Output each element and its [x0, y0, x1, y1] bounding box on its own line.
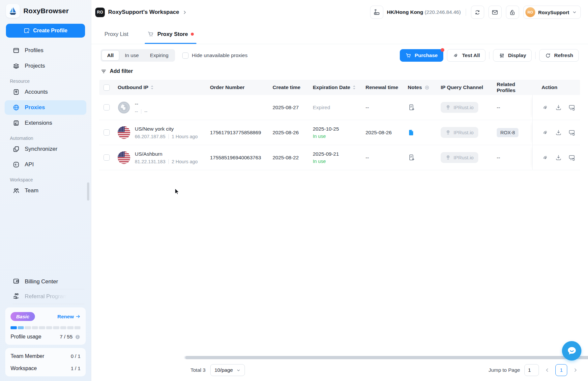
sidebar-item-profiles[interactable]: Profiles [5, 43, 86, 58]
filter-all[interactable]: All [102, 50, 119, 61]
sync-icon [474, 9, 481, 16]
channel-label: IPRust.io [454, 155, 474, 160]
channel-label: IPRust.io [454, 130, 474, 135]
proxy-age: 2 Hours ago [172, 159, 198, 164]
outbound-ip-cell: US/New york city 66.207.187.851 Hours ag… [114, 126, 206, 139]
ip-query-channel-button[interactable]: IPRust.io [441, 102, 478, 113]
column-header-outbound-ip[interactable]: Outbound IP [114, 84, 206, 90]
page-number-button[interactable]: 1 [555, 364, 567, 376]
plan-badge: Basic [11, 312, 35, 321]
checkbox[interactable] [182, 52, 189, 59]
column-header-related-profiles: Related Profiles [493, 81, 532, 93]
horizontal-scrollbar-thumb[interactable] [185, 356, 588, 359]
select-all-checkbox[interactable] [103, 84, 110, 91]
related-profile-badge[interactable]: ROX-8 [497, 128, 518, 137]
proxy-location: -- [135, 101, 147, 107]
mail-icon [491, 9, 498, 16]
filter-expiring[interactable]: Expiring [144, 50, 174, 61]
column-header-action: Action [532, 80, 580, 95]
renew-proxy-icon[interactable] [568, 104, 575, 111]
sidebar-item-extensions[interactable]: Extensions [5, 116, 86, 130]
support-chat-button[interactable] [562, 341, 581, 361]
user-name: RoxySupport [538, 10, 569, 15]
add-note-icon[interactable] [408, 104, 437, 111]
header-label: Renewal time [366, 84, 398, 90]
code-icon [13, 161, 20, 168]
proxy-router-button[interactable] [370, 6, 383, 19]
divider [13, 304, 84, 304]
column-header-notes: Notes [404, 84, 437, 90]
sidebar-item-team[interactable]: Team [5, 183, 86, 198]
pagination-bar: Total 3 10/page Jump to Page 1 [191, 363, 579, 377]
lock-button[interactable] [506, 6, 519, 19]
renew-proxy-icon[interactable] [568, 129, 575, 136]
sliders-icon [499, 52, 505, 59]
ip-query-channel-button[interactable]: IPRust.io [441, 127, 478, 138]
sidebar-item-accounts[interactable]: Accounts [5, 85, 86, 99]
add-note-icon[interactable] [408, 154, 437, 161]
purchase-label: Purchase [415, 52, 438, 58]
renewal-time-cell: 2025-08-26 [362, 130, 404, 136]
sidebar-item-proxies[interactable]: Proxies [5, 100, 86, 115]
tab-proxy-list[interactable]: Proxy List [104, 24, 128, 44]
download-icon[interactable] [555, 154, 562, 161]
sidebar-item-projects[interactable]: Projects [5, 59, 86, 73]
sidebar-item-api[interactable]: API [5, 157, 86, 172]
refresh-icon [545, 52, 551, 59]
workspace-breadcrumb[interactable]: RO RoxySupport's Workspace [95, 8, 187, 17]
main-area: RO RoxySupport's Workspace HK/Hong Kong … [91, 0, 588, 381]
ip-query-channel-button[interactable]: IPRust.io [441, 152, 478, 163]
previous-page-button[interactable] [543, 366, 551, 374]
visibility-icon[interactable] [424, 85, 430, 90]
test-all-button[interactable]: Test All [447, 49, 485, 62]
note-filled-icon[interactable] [408, 129, 437, 136]
refresh-button[interactable]: Refresh [539, 49, 579, 62]
sort-icon[interactable] [353, 85, 356, 90]
divider [168, 159, 169, 164]
renew-link[interactable]: Renew [57, 314, 80, 320]
related-profiles-cell: -- [493, 155, 532, 161]
sidebar-scrollbar-thumb[interactable] [87, 182, 89, 201]
row-checkbox[interactable] [103, 154, 110, 161]
sidebar-item-synchronizer[interactable]: Synchronizer [5, 142, 86, 156]
test-proxy-icon[interactable] [542, 104, 549, 111]
test-proxy-icon[interactable] [542, 154, 549, 161]
row-checkbox[interactable] [103, 104, 110, 111]
create-profile-button[interactable]: Create Profile [6, 24, 85, 38]
jump-to-page-input[interactable] [524, 364, 539, 376]
chevron-right-icon [573, 367, 578, 373]
sidebar-item-referral-program[interactable]: Referral Program [5, 289, 86, 304]
create-time-cell: 2025-08-22 [269, 155, 309, 161]
sync-button[interactable] [471, 6, 484, 19]
tab-proxy-store[interactable]: Proxy Store [147, 24, 194, 44]
user-menu[interactable]: RO RoxySupport [523, 6, 581, 19]
app-logo: RoxyBrowser [0, 0, 91, 18]
renew-proxy-icon[interactable] [568, 154, 575, 161]
hide-unavailable-label: Hide unavailable proxies [192, 52, 248, 58]
horizontal-scrollbar[interactable] [184, 356, 579, 359]
purchase-button[interactable]: Purchase [400, 49, 443, 62]
page-size-select[interactable]: 10/page [210, 364, 245, 376]
profile-usage-value: 7 / 55 [60, 334, 73, 340]
add-filter-button[interactable]: Add filter [101, 68, 133, 75]
display-button[interactable]: Display [493, 49, 532, 62]
filter-icon [101, 68, 107, 75]
download-icon[interactable] [555, 129, 562, 136]
display-label: Display [508, 52, 526, 58]
next-page-button[interactable] [572, 366, 579, 374]
sort-icon[interactable] [151, 85, 154, 90]
action-cell [532, 120, 580, 145]
column-header-expiration-date[interactable]: Expiration Date [309, 84, 362, 90]
filter-in-use[interactable]: In use [119, 50, 144, 61]
team-member-limit-row: Team Member 0 / 1 [11, 350, 80, 362]
hide-unavailable-checkbox[interactable]: Hide unavailable proxies [182, 52, 248, 59]
create-time-cell: 2025-08-26 [269, 130, 309, 136]
download-icon[interactable] [555, 104, 562, 111]
row-checkbox[interactable] [103, 129, 110, 136]
create-time-cell: 2025-08-27 [269, 105, 309, 111]
table-row: US/Ashburn 81.22.131.1832 Hours ago 1755… [99, 145, 580, 170]
info-icon[interactable] [75, 334, 80, 340]
messages-button[interactable] [488, 6, 502, 19]
sidebar-item-billing-center[interactable]: Billing Center [5, 274, 86, 289]
test-proxy-icon[interactable] [542, 129, 549, 136]
